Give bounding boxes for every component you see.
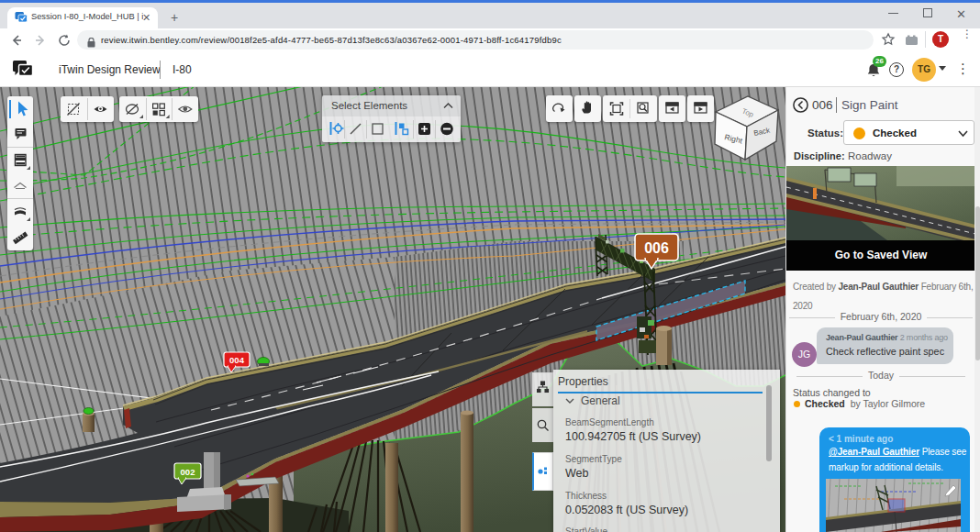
svg-text:002: 002 (181, 467, 195, 477)
svg-text:004: 004 (229, 355, 245, 365)
svg-text:006: 006 (644, 240, 669, 256)
